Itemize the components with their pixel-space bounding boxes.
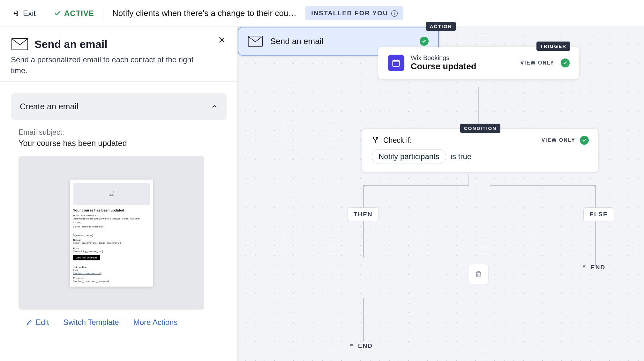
flag-icon xyxy=(349,343,355,349)
action-label: Send an email xyxy=(270,36,412,46)
status-label: ACTIVE xyxy=(64,9,94,18)
svg-point-1 xyxy=(113,191,114,193)
preview-price: ${remaining_amount_due} xyxy=(73,250,150,253)
view-only-label: VIEW ONLY xyxy=(520,60,554,66)
preview-dates: ${start_datetimeFull} - ${end_datetimeFu… xyxy=(73,242,150,245)
switch-template-button[interactable]: Switch Template xyxy=(63,318,119,327)
preview-heading: Your course has been updated xyxy=(73,208,150,212)
end-text: END xyxy=(591,264,605,271)
else-branch-label: ELSE xyxy=(583,207,614,221)
condition-node[interactable]: CONDITION Check if: VIEW ONLY xyxy=(362,129,598,172)
more-actions-label: More Actions xyxy=(133,318,178,327)
connector xyxy=(478,87,479,129)
connector xyxy=(363,185,469,186)
envelope-icon xyxy=(248,36,263,47)
chevron-up-icon xyxy=(211,104,218,110)
preview-link-label: Link: xyxy=(73,269,150,272)
svg-rect-2 xyxy=(393,60,400,66)
trigger-app: Wix Bookings xyxy=(411,54,514,62)
connector xyxy=(363,186,364,207)
condition-tag: CONDITION xyxy=(460,124,500,133)
envelope-icon xyxy=(11,38,29,50)
action-tag: ACTION xyxy=(426,22,456,31)
end-label-else: END xyxy=(582,264,605,271)
trigger-node[interactable]: TRIGGER Wix Bookings Course updated VIEW… xyxy=(378,47,579,79)
svg-rect-5 xyxy=(248,36,262,46)
email-subject-value: Your course has been updated xyxy=(19,139,219,148)
preview-join-label: Join online xyxy=(73,266,150,269)
preview-pwd: ${online_conference_password} xyxy=(73,280,150,283)
split-icon xyxy=(372,137,379,144)
close-panel-button[interactable] xyxy=(218,36,226,44)
switch-template-label: Switch Template xyxy=(63,318,119,327)
email-preview[interactable]: Your course has been updated Hi ${contac… xyxy=(19,156,204,310)
check-if-label: Check if: xyxy=(383,136,412,145)
edit-label: Edit xyxy=(36,318,49,327)
panel-title: Send an email xyxy=(34,38,108,50)
top-bar: Exit ACTIVE Notify clients when there's … xyxy=(0,0,644,27)
then-branch-label: THEN xyxy=(348,207,379,221)
preview-price-label: Price: xyxy=(73,247,150,250)
calendar-icon xyxy=(388,55,404,71)
installed-badge-label: INSTALLED FOR YOU xyxy=(311,10,388,17)
preview-greeting: Hi ${contact.name.first}, xyxy=(73,214,150,217)
exit-button[interactable]: Exit xyxy=(12,9,36,18)
preview-cta: View Full Schedule xyxy=(73,255,100,260)
installed-badge[interactable]: INSTALLED FOR YOU i xyxy=(305,6,403,20)
info-icon: i xyxy=(391,10,398,17)
flow-canvas[interactable]: TRIGGER Wix Bookings Course updated VIEW… xyxy=(238,27,644,361)
svg-rect-0 xyxy=(12,38,28,50)
connector xyxy=(595,186,596,207)
preview-service: ${service_name} xyxy=(73,234,150,237)
automation-title: Notify clients when there's a change to … xyxy=(112,8,296,18)
status-ok-icon xyxy=(420,37,429,46)
email-subject-label: Email subject: xyxy=(19,128,219,137)
check-icon xyxy=(54,10,61,17)
exit-icon xyxy=(12,10,19,17)
end-label-then: END xyxy=(349,342,373,349)
flag-icon xyxy=(582,265,588,270)
section-toggle[interactable]: Create an email xyxy=(11,93,227,120)
trigger-event: Course updated xyxy=(411,62,514,72)
delete-action-button[interactable] xyxy=(468,264,489,284)
divider xyxy=(103,7,103,20)
connector xyxy=(595,221,596,266)
svg-point-4 xyxy=(377,137,378,139)
image-placeholder-icon xyxy=(73,183,150,205)
edit-button[interactable]: Edit xyxy=(26,318,49,327)
preview-link: ${online_conference_url} xyxy=(73,272,150,275)
connector xyxy=(363,298,364,342)
preview-body: Just wanted to let you know that ${servi… xyxy=(73,217,150,224)
divider xyxy=(56,318,56,327)
exit-label: Exit xyxy=(23,9,36,18)
pencil-icon xyxy=(26,319,33,326)
trash-icon xyxy=(474,270,483,278)
connector xyxy=(468,174,469,186)
connector xyxy=(490,185,596,186)
section-title: Create an email xyxy=(20,102,79,111)
condition-suffix: is true xyxy=(451,152,471,161)
more-actions-button[interactable]: More Actions xyxy=(133,318,178,327)
divider xyxy=(126,318,126,327)
create-email-section: Create an email Email subject: Your cour… xyxy=(11,93,227,327)
condition-field-chip: Notify participants xyxy=(372,149,446,164)
preview-message: ${staff_member_message} xyxy=(73,225,150,228)
divider xyxy=(45,7,45,20)
end-text: END xyxy=(358,342,373,349)
automation-status: ACTIVE xyxy=(54,9,94,18)
preview-pwd-label: Password: xyxy=(73,277,150,280)
details-panel: Send an email Send a personalized email … xyxy=(0,27,238,361)
panel-subtitle: Send a personalized email to each contac… xyxy=(11,54,199,76)
status-ok-icon xyxy=(561,58,570,67)
svg-point-3 xyxy=(373,137,374,139)
connector xyxy=(363,221,364,257)
status-ok-icon xyxy=(580,136,589,145)
preview-dates-label: Dates: xyxy=(73,239,150,242)
view-only-label: VIEW ONLY xyxy=(542,137,575,143)
trigger-tag: TRIGGER xyxy=(536,42,570,51)
